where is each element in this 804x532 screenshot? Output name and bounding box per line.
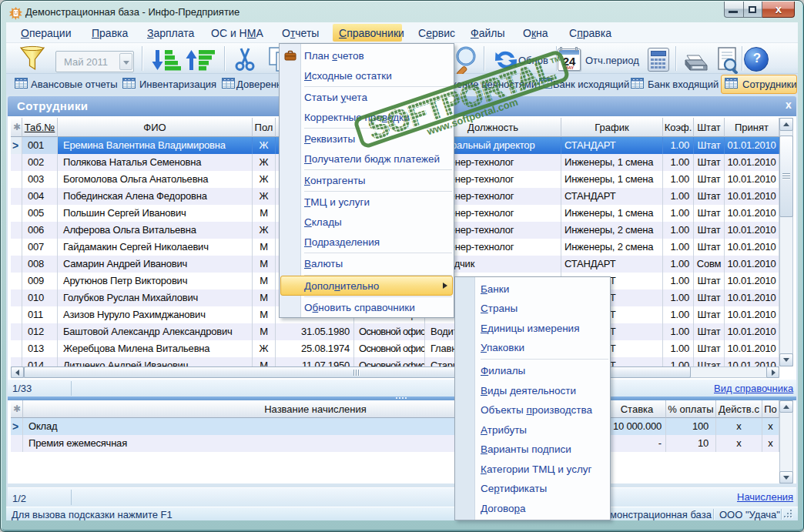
svg-text:TM: TM [549, 55, 561, 65]
